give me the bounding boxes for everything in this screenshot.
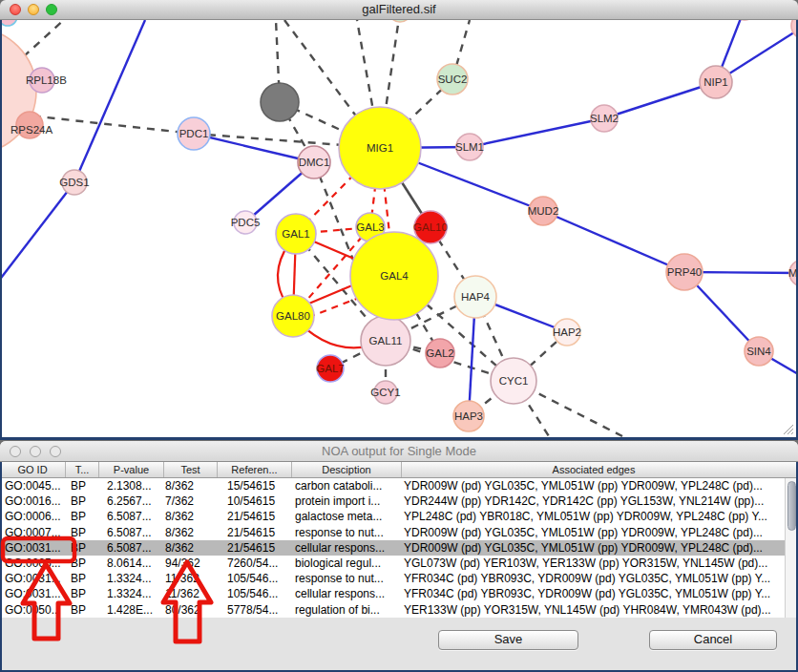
cell-description: biological regul... [291,556,401,570]
save-button[interactable]: Save [438,630,578,650]
node-label: DMC1 [299,157,330,168]
cell-go_id: GO:0031... [0,572,65,585]
noa-output-window: NOA output for Single Mode GO IDT...P-va… [0,441,798,672]
cell-go_id: GO:0065... [0,556,65,570]
node-label: HAP2 [553,326,581,338]
node-label: HAP3 [454,410,483,422]
node-label: CYC1 [499,375,529,387]
zoom-button-icon[interactable] [50,446,61,457]
table-header: GO IDT...P-valueTestReferen...Desciption… [0,462,798,478]
close-button-icon[interactable] [10,4,21,15]
node-label: GAL3 [356,221,384,233]
cell-description: response to nut... [291,572,401,585]
cell-type: BP [65,556,98,570]
cell-go_id: GO:0031... [0,541,65,555]
cell-go_id: GO:0007... [0,526,65,539]
column-header-description[interactable]: Desciption [291,462,401,477]
network-edge [0,182,74,298]
cell-type: BP [65,587,98,600]
node-label: GDS1 [59,177,89,188]
node-label: GAL10 [413,221,448,233]
node-label: SLM1 [455,141,484,153]
cell-description: carbon cataboli... [291,479,401,493]
table-row[interactable]: GO:0050...BP1.428E...80/3625778/54...reg… [0,602,785,618]
table-row[interactable]: GO:0065...BP8.0614...94/3627260/54...bio… [0,556,785,571]
table-row[interactable]: GO:0016...BP6.2567...7/36210/54615protei… [0,494,785,509]
node-label: GAL80 [276,310,310,322]
cell-edges: YDR009W (pd) YGL035C, YML051W (pp) YDR00… [401,526,785,539]
zoom-button-icon[interactable] [46,4,57,15]
cell-edges: YPL248C (pd) YBR018C, YML051W (pp) YDR00… [401,510,785,523]
column-header-go_id[interactable]: GO ID [0,462,65,477]
column-header-edges[interactable]: Associated edges [401,462,786,477]
cell-reference: 21/54615 [217,510,291,523]
cell-description: galactose meta... [291,510,401,523]
node-label: GCY1 [370,387,400,398]
cell-p_value: 2.1308... [98,479,163,493]
table-row[interactable]: GO:0031...BP1.3324...11/362105/546...cel… [0,586,785,601]
scrollbar-thumb[interactable] [788,481,796,531]
network-window-titlebar[interactable]: galFiltered.sif [0,0,798,20]
window-border [0,437,798,440]
close-button-icon[interactable] [10,446,21,457]
cell-p_value: 6.2567... [98,494,163,508]
minimize-button-icon[interactable] [30,446,41,457]
node-label: NIP1 [704,76,728,88]
network-edge [74,20,145,182]
cell-go_id: GO:0045... [0,479,65,493]
network-edge [604,82,716,118]
node-label: PDC5 [231,217,261,228]
cell-type: BP [65,510,98,523]
node-label: GAL1 [282,228,309,240]
cell-type: BP [65,479,98,493]
cell-go_id: GO:0050... [0,603,65,617]
table-row[interactable]: GO:0045...BP2.1308...8/36215/54615carbon… [0,478,785,494]
cell-description: regulation of bi... [291,603,401,617]
node-gray-node[interactable] [261,83,299,121]
cell-go_id: GO:0006... [0,510,65,523]
cell-p_value: 1.3324... [98,587,163,600]
table-row[interactable]: GO:0007...BP6.5087...8/36221/54615respon… [0,525,785,540]
column-header-p_value[interactable]: P-value [98,462,163,477]
node-label: RPS24A [10,124,52,136]
node-label: MUD2 [528,205,559,217]
cancel-button[interactable]: Cancel [649,630,777,650]
cell-test: 80/362 [163,603,217,617]
window-border [0,20,2,440]
node-label: PDC1 [179,128,209,139]
node-label: MIG1 [367,142,393,154]
cell-edges: YER133W (pp) YOR315W, YNL145W (pd) YHR08… [401,603,785,617]
table-row[interactable]: GO:0006...BP6.5087...8/36221/54615galact… [0,509,785,524]
node-label: SIN4 [746,346,771,357]
cell-type: BP [65,541,98,555]
column-header-type[interactable]: T... [65,462,98,477]
cell-test: 8/362 [163,479,217,493]
cell-test: 8/362 [163,510,217,523]
node-green-partial-top[interactable] [388,20,411,22]
cell-test: 7/362 [163,494,217,508]
cell-test: 8/362 [163,541,217,555]
cell-reference: 105/546... [217,572,291,585]
cell-description: cellular respons... [291,587,401,600]
cell-p_value: 8.0614... [98,556,163,570]
table-row[interactable]: GO:0031...BP6.5087...8/36221/54615cellul… [0,540,785,556]
column-header-test[interactable]: Test [163,462,217,477]
cell-edges: YFR034C (pd) YBR093C, YDR009W (pd) YGL03… [401,587,785,600]
cell-reference: 15/54615 [217,479,291,493]
cell-edges: YDR244W (pp) YDR142C, YDR142C (pp) YGL15… [401,494,785,508]
table-row[interactable]: GO:0031...BP1.3324...11/362105/546...res… [0,571,785,586]
cell-type: BP [65,494,98,508]
network-canvas[interactable]: RPL18BRPS24AGDS1PDC1DMC1SUC2NIP1SLM2SLM1… [0,20,798,440]
cell-reference: 10/54615 [217,494,291,508]
noa-window-titlebar[interactable]: NOA output for Single Mode [0,441,798,462]
minimize-button-icon[interactable] [28,4,39,15]
resize-grip-icon[interactable] [781,422,794,435]
window-border [0,462,2,672]
node-tif-partial[interactable] [0,20,17,26]
network-edge [543,211,684,272]
cell-reference: 105/546... [217,587,291,600]
desktop: { "network_window": { "title": "galFilte… [0,0,798,672]
column-header-reference[interactable]: Referen... [217,462,291,477]
cell-reference: 21/54615 [217,541,291,555]
cell-edges: YDR009W (pd) YGL035C, YML051W (pp) YDR00… [401,479,785,493]
